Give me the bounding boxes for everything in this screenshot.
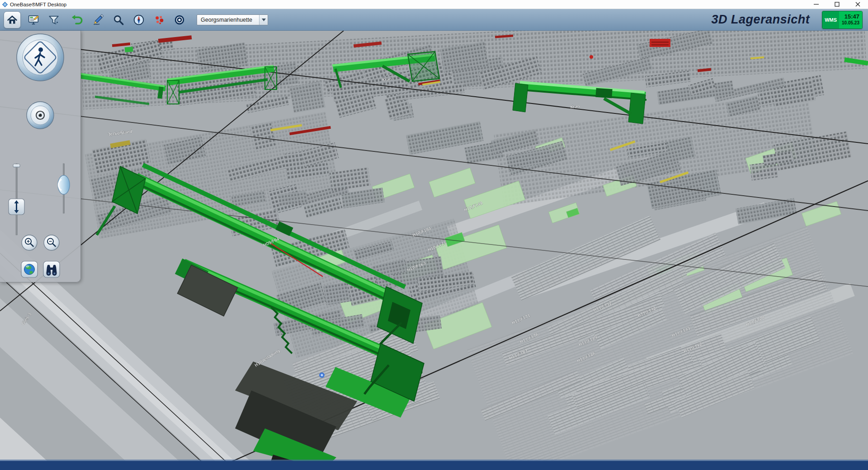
heatmap-icon [153,14,165,26]
home-icon [7,14,18,25]
scene-vehicle [125,47,133,52]
home-button[interactable] [4,11,21,28]
filter-icon [48,14,60,26]
window-title: OneBase®MFT Desktop [10,2,66,7]
scene-edge-strip [0,461,868,470]
walk-navigation-button[interactable] [17,34,64,81]
globe-button[interactable] [21,261,38,277]
zoom-slider[interactable] [58,164,70,213]
maximize-button[interactable] [826,0,847,9]
viewport: TeckelStandKranKranH09/F64H10/F184H10/F1… [0,31,868,470]
compass-button[interactable] [131,12,146,28]
search-button[interactable] [111,12,126,28]
undo-button[interactable] [70,12,85,28]
site-selector[interactable]: Georgsmarienhuette [197,14,268,25]
window-titlebar: OneBase®MFT Desktop [0,0,868,9]
height-adjust-button[interactable] [9,199,24,215]
view-title: 3D Lageransicht [712,13,817,27]
zoom-slider-thumb[interactable] [58,175,70,194]
edit-button[interactable] [90,12,106,28]
wms-badge[interactable]: WMS 15:47 10.05.23 [822,11,863,29]
report-icon [28,14,39,26]
app-icon [2,2,8,7]
close-icon [855,2,860,7]
filter-button[interactable] [46,12,61,28]
maximize-icon [835,2,840,7]
report-button[interactable] [26,12,41,28]
target-button[interactable] [172,12,187,28]
wms-label: WMS [822,11,839,28]
site-selector-value: Georgsmarienhuette [201,17,252,23]
orbit-view-button[interactable] [27,102,54,129]
search-icon [113,14,124,26]
minimize-button[interactable] [806,0,826,9]
tilt-slider-thumb[interactable] [13,164,20,167]
chevron-down-icon [259,15,268,25]
binoculars-button[interactable] [43,261,60,277]
zoom-out-button[interactable] [44,235,59,250]
target-icon [174,14,185,26]
main-toolbar: Georgsmarienhuette 3D Lageransicht WMS 1… [0,9,868,31]
minimize-icon [814,2,819,7]
undo-icon [71,14,84,26]
orbit-view-icon [36,111,44,119]
scene-marker-dot-core [321,374,323,376]
edit-icon [92,14,104,26]
wms-date: 10.05.23 [842,20,859,26]
compass-icon [133,14,145,26]
heatmap-button[interactable] [151,12,167,28]
warehouse-3d-view[interactable]: TeckelStandKranKranH09/F64H10/F184H10/F1… [0,31,868,470]
close-button[interactable] [847,0,868,9]
navigation-panel [0,31,81,282]
wms-time: 15:47 [844,14,859,20]
globe-icon [24,264,35,275]
zoom-in-button[interactable] [22,235,37,250]
scene-edge-strip-top [0,460,868,461]
